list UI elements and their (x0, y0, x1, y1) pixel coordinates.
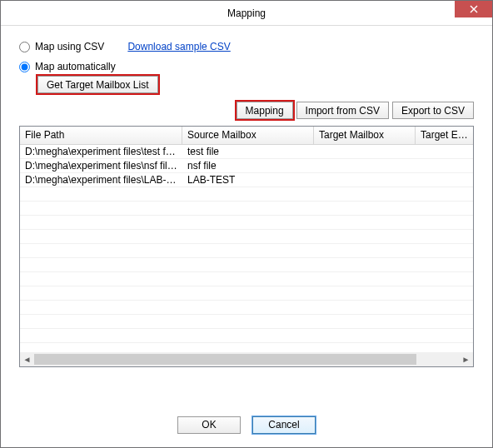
cell-target-email (416, 159, 473, 173)
cell-source-mailbox: test file (182, 145, 314, 159)
cell-source-mailbox: LAB-TEST (182, 173, 314, 187)
export-csv-button[interactable]: Export to CSV (392, 102, 474, 119)
col-target-email[interactable]: Target Email (416, 127, 473, 144)
cell-target-email (416, 145, 473, 159)
col-source-mailbox[interactable]: Source Mailbox (182, 127, 314, 144)
cell-target-email (416, 173, 473, 187)
download-sample-link[interactable]: Download sample CSV (127, 41, 230, 52)
cell-source-mailbox: nsf file (182, 159, 314, 173)
table-row[interactable]: D:\megha\experiment files\LAB-TEST... LA… (20, 173, 473, 187)
get-target-wrap: Get Target Mailbox List (37, 76, 474, 93)
window-title: Mapping (227, 7, 266, 19)
scroll-track[interactable] (34, 352, 459, 366)
cancel-button[interactable]: Cancel (252, 416, 316, 434)
close-icon (470, 5, 478, 13)
table-body: D:\megha\experiment files\test file.nsf … (20, 145, 473, 187)
ok-button[interactable]: OK (177, 416, 241, 434)
mapping-button[interactable]: Mapping (237, 102, 293, 119)
map-auto-label: Map automatically (35, 61, 116, 72)
cell-target-mailbox (314, 173, 416, 187)
close-button[interactable] (455, 1, 492, 17)
map-auto-row: Map automatically (19, 61, 474, 72)
cell-target-mailbox (314, 145, 416, 159)
cell-file-path: D:\megha\experiment files\test file.nsf (20, 145, 182, 159)
scroll-left-icon[interactable]: ◄ (20, 352, 34, 366)
dialog-content: Map using CSV Download sample CSV Map au… (1, 26, 492, 367)
scroll-right-icon[interactable]: ► (459, 352, 473, 366)
col-file-path[interactable]: File Path (20, 127, 182, 144)
mapping-table: File Path Source Mailbox Target Mailbox … (19, 126, 474, 367)
map-csv-label: Map using CSV (35, 41, 104, 52)
import-csv-button[interactable]: Import from CSV (296, 102, 389, 119)
table-row[interactable]: D:\megha\experiment files\test file.nsf … (20, 145, 473, 159)
titlebar: Mapping (1, 1, 492, 26)
dialog-footer: OK Cancel (0, 401, 493, 448)
cell-target-mailbox (314, 159, 416, 173)
map-csv-row: Map using CSV Download sample CSV (19, 41, 474, 52)
table-header: File Path Source Mailbox Target Mailbox … (20, 127, 473, 145)
col-target-mailbox[interactable]: Target Mailbox (314, 127, 416, 144)
horizontal-scrollbar[interactable]: ◄ ► (20, 352, 473, 366)
cell-file-path: D:\megha\experiment files\LAB-TEST... (20, 173, 182, 187)
action-row: Mapping Import from CSV Export to CSV (19, 102, 474, 119)
scroll-thumb[interactable] (34, 354, 416, 365)
table-row[interactable]: D:\megha\experiment files\nsf file.nsf n… (20, 159, 473, 173)
map-auto-radio[interactable] (19, 62, 30, 72)
map-csv-radio[interactable] (19, 42, 30, 52)
get-target-mailbox-button[interactable]: Get Target Mailbox List (37, 76, 158, 93)
cell-file-path: D:\megha\experiment files\nsf file.nsf (20, 159, 182, 173)
